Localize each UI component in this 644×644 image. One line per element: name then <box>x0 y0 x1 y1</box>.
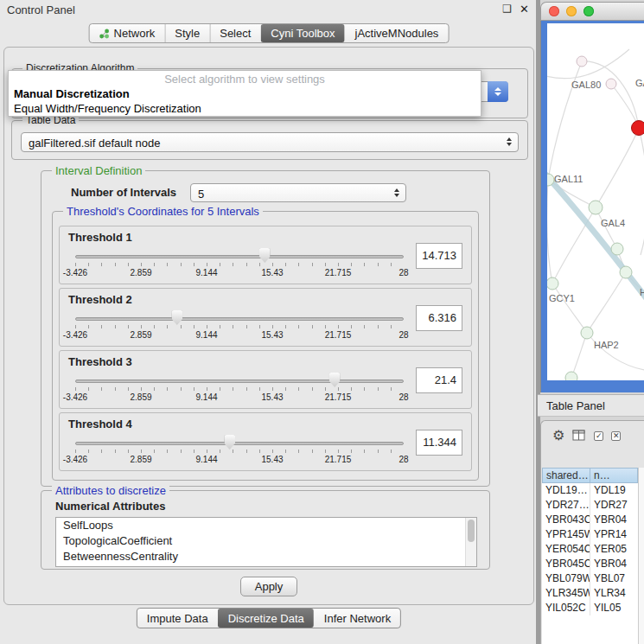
dropdown-placeholder-option[interactable]: Select algorithm to view settings <box>9 73 481 86</box>
table-cell[interactable]: YBL079W <box>542 571 590 586</box>
table-cell[interactable]: YBR04 <box>590 513 638 527</box>
gear-icon[interactable]: ⚙ <box>552 429 564 443</box>
control-panel-titlebar: Control Panel ❑ ✕ <box>0 0 538 19</box>
table-row[interactable]: YER054C YER05 <box>542 542 638 557</box>
table-row[interactable]: YDL19… YDL19 <box>542 483 638 498</box>
threshold-value-field[interactable]: 6.316 <box>416 305 462 331</box>
table-cell[interactable]: YBR043C <box>542 513 590 527</box>
column-header-shared-name[interactable]: shared… <box>542 468 590 483</box>
selected-red-node[interactable] <box>632 121 644 136</box>
threshold-label: Threshold 2 <box>68 293 132 306</box>
table-scrollbar[interactable] <box>638 468 644 644</box>
minimize-traffic-light[interactable] <box>566 6 577 16</box>
threshold-value-field[interactable]: 14.713 <box>416 243 462 269</box>
table-cell[interactable]: YDL19 <box>590 483 638 498</box>
slider-track[interactable] <box>75 442 404 445</box>
threshold-slider[interactable]: -3.4262.8599.14415.4321.71528 <box>75 372 404 405</box>
table-row[interactable]: YPR145W YPR14 <box>542 527 638 542</box>
network-node[interactable] <box>606 79 616 89</box>
slider-track[interactable] <box>75 255 404 258</box>
tab-infer-network[interactable]: Infer Network <box>314 609 400 628</box>
table-row[interactable]: YBL079W YBL07 <box>542 571 638 586</box>
combo-arrows-icon[interactable] <box>488 81 508 102</box>
tab-select[interactable]: Select <box>209 24 260 42</box>
table-cell[interactable]: YBL07 <box>590 571 638 586</box>
table-cell[interactable]: YDR27… <box>542 498 590 513</box>
slider-track[interactable] <box>75 379 404 383</box>
select-all-checkbox-icon[interactable]: ✓ <box>594 431 603 441</box>
slider-track[interactable] <box>75 317 404 321</box>
tab-impute-data[interactable]: Impute Data <box>137 609 218 628</box>
network-node[interactable] <box>565 372 577 380</box>
table-data-select[interactable]: galFiltered.sif default node <box>21 132 519 152</box>
threshold-slider[interactable]: -3.4262.8599.14415.4321.71528 <box>75 434 404 467</box>
table-row[interactable]: YDR27… YDR27 <box>542 498 638 513</box>
deselect-all-checkbox-icon[interactable]: ✕ <box>611 431 621 441</box>
apply-button[interactable]: Apply <box>240 577 297 596</box>
threshold-slider[interactable]: -3.4262.8599.14415.4321.71528 <box>75 309 404 342</box>
list-item[interactable]: BetweennessCentrality <box>56 549 476 564</box>
table-cell[interactable]: YDL19… <box>542 483 590 498</box>
group-title: Interval Definition <box>52 164 145 177</box>
table-cell[interactable]: YER05 <box>590 542 638 557</box>
combo-stepper-icon[interactable] <box>507 137 512 146</box>
network-node[interactable] <box>620 266 632 278</box>
tab-style[interactable]: Style <box>164 24 209 42</box>
network-canvas[interactable]: GAL80 GA GAL11 GAL4 GCY1 HAP2 H <box>547 23 644 380</box>
table-cell[interactable]: YIL05 <box>590 601 638 615</box>
list-item[interactable]: TopologicalCoefficient <box>56 533 476 549</box>
columns-icon[interactable] <box>572 430 586 442</box>
thresholds-group: Threshold's Coordinates for 5 Intervals … <box>52 211 479 481</box>
list-scrollbar[interactable] <box>465 518 476 566</box>
numerical-attributes-list[interactable]: SelfLoopsTopologicalCoefficientBetweenne… <box>55 517 477 567</box>
threshold-slider-thumb[interactable] <box>329 373 341 387</box>
table-cell[interactable]: YIL052C <box>542 601 590 615</box>
network-node[interactable] <box>611 243 623 255</box>
tab-network[interactable]: Network <box>90 24 165 42</box>
network-icon <box>99 29 110 39</box>
table-cell[interactable]: YPR14 <box>590 527 638 542</box>
dropdown-option-manual-discretization[interactable]: Manual Discretization <box>9 86 481 101</box>
tab-jactivemnodules[interactable]: jActiveMNodules <box>345 24 449 42</box>
table-cell[interactable]: YPR145W <box>542 527 590 542</box>
number-of-intervals-label: Number of Intervals <box>71 186 176 199</box>
table-row[interactable]: YBR045C YBR04 <box>542 557 638 571</box>
threshold-value-field[interactable]: 11.344 <box>416 430 462 456</box>
close-icon[interactable]: ✕ <box>520 3 529 16</box>
zoom-traffic-light[interactable] <box>583 6 594 16</box>
threshold-slider-thumb[interactable] <box>224 435 235 450</box>
tab-discretize-data[interactable]: Discretize Data <box>218 609 314 628</box>
highlighted-edge <box>547 169 644 304</box>
column-header-name[interactable]: n… <box>590 468 638 483</box>
network-node[interactable] <box>589 201 603 214</box>
number-of-intervals-select[interactable]: 5 <box>190 183 406 202</box>
table-cell[interactable]: YDR27 <box>590 498 638 513</box>
table-row[interactable]: YLR345W YLR34 <box>542 586 638 601</box>
table-cell[interactable]: YLR345W <box>542 586 590 601</box>
tab-cyni-toolbox[interactable]: Cyni Toolbox <box>260 24 344 42</box>
combo-stepper-icon[interactable] <box>394 188 399 197</box>
network-node[interactable] <box>581 327 593 339</box>
threshold-value-field[interactable]: 21.4 <box>416 367 462 393</box>
list-item[interactable]: SelfLoops <box>56 518 476 533</box>
threshold-slider[interactable]: -3.4262.8599.14415.4321.71528 <box>75 247 404 280</box>
table-cell[interactable]: YBR045C <box>542 557 590 571</box>
scrollbar-thumb[interactable] <box>468 520 475 542</box>
group-title: Threshold's Coordinates for 5 Intervals <box>63 205 263 218</box>
slider-ticks <box>75 387 404 391</box>
network-node[interactable] <box>547 277 558 290</box>
network-window-titlebar <box>540 2 644 21</box>
table-cell[interactable]: YER054C <box>542 542 590 557</box>
threshold-slider-thumb[interactable] <box>259 248 271 263</box>
table-row[interactable]: YBR043C YBR04 <box>542 513 638 527</box>
table-row[interactable]: YIL052C YIL05 <box>542 601 638 615</box>
table-cell[interactable]: YLR34 <box>590 586 638 601</box>
dropdown-option-equal-width[interactable]: Equal Width/Frequency Discretization <box>9 101 481 116</box>
scale-tick-label: 9.144 <box>195 330 217 340</box>
table-cell[interactable]: YBR04 <box>590 557 638 571</box>
network-node[interactable] <box>577 56 587 67</box>
float-window-icon[interactable]: ❑ <box>502 3 512 15</box>
close-traffic-light[interactable] <box>549 6 559 16</box>
threshold-slider-thumb[interactable] <box>171 310 182 325</box>
slider-ticks <box>75 450 404 453</box>
